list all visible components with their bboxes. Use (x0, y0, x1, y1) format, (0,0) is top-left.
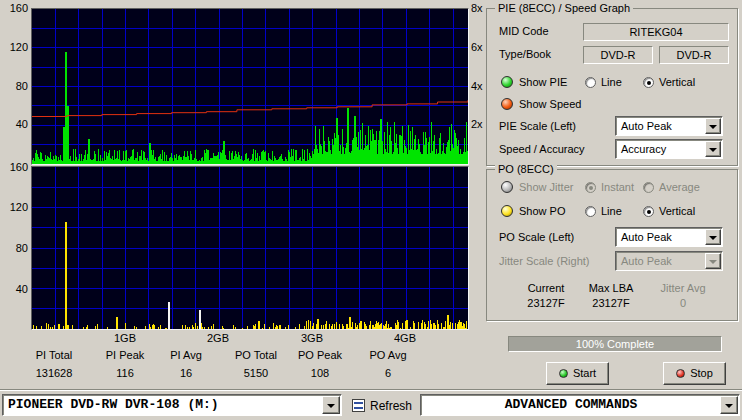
speed-y-tick: 6x (471, 41, 483, 53)
po-vertical-radio[interactable] (643, 206, 654, 217)
drive-select[interactable]: PIONEER DVD-RW DVR-108 (M:) (2, 394, 342, 416)
po-y-tick: 40 (2, 283, 28, 295)
stat-po-peak: PO Peak108 (284, 349, 356, 379)
x-tick: 3GB (295, 332, 329, 344)
mid-code-value: RITEKG04 (583, 23, 729, 41)
stat-pi-avg: PI Avg16 (150, 349, 222, 379)
stat-label: PI Avg (150, 349, 222, 361)
po-panel-title: PO (8ECC) (495, 163, 557, 176)
drive-select-value: PIONEER DVD-RW DVR-108 (M:) (8, 398, 219, 412)
pie-scale-combo[interactable]: Auto Peak (615, 116, 723, 136)
advanced-commands-select[interactable]: ADVANCED COMMANDS (420, 394, 740, 416)
jitter-instant-label: Instant (601, 181, 634, 194)
pie-line-radio[interactable] (585, 77, 596, 88)
advanced-commands-value: ADVANCED COMMANDS (421, 398, 721, 412)
stop-dot-icon (676, 369, 685, 378)
po-line-label[interactable]: Line (601, 205, 622, 218)
speed-accuracy-combo-button[interactable] (705, 141, 721, 157)
show-jitter-led-icon (501, 181, 513, 193)
start-dot-icon (559, 369, 568, 378)
show-speed-label: Show Speed (519, 98, 581, 111)
speed-y-tick: 4x (471, 80, 483, 92)
po-scale-label: PO Scale (Left) (499, 231, 574, 244)
mid-code-label: MID Code (499, 25, 549, 38)
jitter-scale-label: Jitter Scale (Right) (499, 255, 589, 268)
jitter-avg-value: 0 (650, 297, 716, 310)
pie-y-tick: 40 (2, 118, 28, 130)
pie-speed-graph (31, 8, 469, 165)
po-line-radio[interactable] (585, 206, 596, 217)
stat-value: 6 (352, 367, 424, 379)
drive-select-button[interactable] (322, 396, 340, 414)
x-tick: 2GB (201, 332, 235, 344)
po-panel: PO (8ECC) Show Jitter Instant Average Sh… (486, 169, 738, 321)
pie-panel: PIE (8ECC) / Speed Graph MID Code RITEKG… (486, 8, 738, 166)
start-button-label: Start (573, 367, 596, 379)
x-tick: 4GB (388, 332, 422, 344)
stat-value: 5150 (220, 367, 292, 379)
chevron-down-icon (327, 404, 335, 408)
chevron-down-icon (709, 125, 717, 129)
show-pie-led-icon[interactable] (501, 76, 513, 88)
po-y-tick: 80 (2, 242, 28, 254)
pie-vertical-label[interactable]: Vertical (659, 76, 695, 89)
show-pie-label: Show PIE (519, 76, 567, 89)
po-y-tick: 160 (2, 161, 28, 173)
jitter-scale-combo-button (705, 253, 721, 269)
max-lba-label: Max LBA (581, 282, 641, 295)
show-speed-led-icon[interactable] (501, 98, 513, 110)
stat-pi-total: PI Total131628 (18, 349, 90, 379)
stop-button[interactable]: Stop (663, 362, 726, 385)
x-tick: 1GB (108, 332, 142, 344)
jitter-average-radio (643, 182, 654, 193)
pie-line-label[interactable]: Line (601, 76, 622, 89)
chevron-down-icon (709, 148, 717, 152)
speed-accuracy-value: Accuracy (621, 142, 666, 156)
pie-vertical-radio[interactable] (643, 77, 654, 88)
refresh-label[interactable]: Refresh (370, 400, 412, 413)
jitter-average-label: Average (659, 181, 700, 194)
show-po-label: Show PO (519, 205, 565, 218)
speed-y-tick: 8x (471, 2, 483, 14)
speed-accuracy-label: Speed / Accuracy (499, 143, 585, 156)
show-jitter-label: Show Jitter (519, 181, 573, 194)
stop-button-label: Stop (690, 367, 713, 379)
pie-panel-title: PIE (8ECC) / Speed Graph (495, 2, 633, 15)
chevron-down-icon (709, 236, 717, 240)
po-vertical-label[interactable]: Vertical (659, 205, 695, 218)
stat-label: PO Total (220, 349, 292, 361)
stat-po-total: PO Total5150 (220, 349, 292, 379)
type-value-1: DVD-R (583, 46, 653, 64)
pie-scale-label: PIE Scale (Left) (499, 120, 576, 133)
po-graph (31, 166, 469, 330)
max-lba-value: 23127F (581, 297, 641, 310)
show-po-led-icon[interactable] (501, 205, 513, 217)
pie-scale-combo-button[interactable] (705, 118, 721, 134)
stat-label: PI Total (18, 349, 90, 361)
jitter-scale-value: Auto Peak (621, 254, 672, 268)
jitter-scale-combo: Auto Peak (615, 251, 723, 271)
chevron-down-icon (725, 404, 733, 408)
type-value-2: DVD-R (659, 46, 729, 64)
po-scale-combo[interactable]: Auto Peak (615, 227, 723, 247)
stat-value: 16 (150, 367, 222, 379)
speed-accuracy-combo[interactable]: Accuracy (615, 139, 723, 159)
separator (0, 389, 742, 391)
advanced-commands-button[interactable] (720, 396, 738, 414)
stat-label: PO Avg (352, 349, 424, 361)
stat-value: 131628 (18, 367, 90, 379)
speed-y-tick: 2x (471, 118, 483, 130)
jitter-avg-label: Jitter Avg (650, 282, 716, 295)
start-button[interactable]: Start (546, 362, 609, 385)
stat-value: 108 (284, 367, 356, 379)
pie-y-tick: 160 (2, 2, 28, 14)
stat-po-avg: PO Avg6 (352, 349, 424, 379)
current-value: 23127F (516, 297, 576, 310)
refresh-icon[interactable] (352, 399, 365, 412)
pie-y-tick: 120 (2, 41, 28, 53)
chevron-down-icon (709, 260, 717, 264)
jitter-instant-radio (585, 182, 596, 193)
stat-label: PO Peak (284, 349, 356, 361)
po-scale-combo-button[interactable] (705, 229, 721, 245)
po-scale-value: Auto Peak (621, 230, 672, 244)
